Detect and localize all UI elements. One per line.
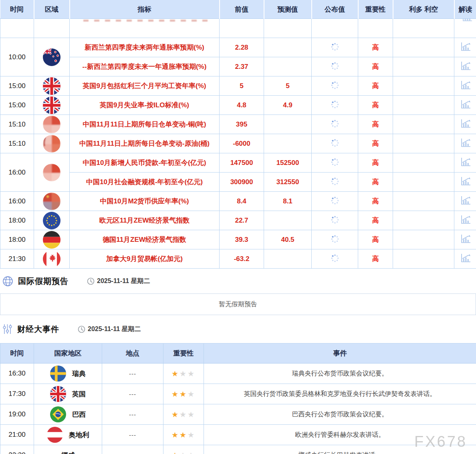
- loading-spinner-icon: [331, 46, 339, 52]
- indicator-name[interactable]: 欧元区11月ZEW经济景气指数: [70, 211, 220, 230]
- interpret-cell[interactable]: [454, 57, 476, 76]
- interpret-cell[interactable]: [454, 115, 476, 134]
- indicator-name[interactable]: 中国10月M2货币供应年率(%): [70, 192, 220, 211]
- indicator-name[interactable]: 英国9月包括红利三个月平均工资年率(%): [70, 76, 220, 96]
- interpret-cell[interactable]: [454, 38, 476, 57]
- canada-flag-icon: [34, 250, 69, 268]
- forecast-value: [264, 211, 312, 230]
- chart-icon[interactable]: [460, 123, 471, 130]
- chart-icon[interactable]: [460, 238, 471, 245]
- chart-icon[interactable]: [460, 84, 471, 91]
- time-cell: 16:00: [0, 153, 34, 192]
- chart-icon[interactable]: [460, 219, 471, 226]
- previous-value: 8.4: [220, 192, 264, 211]
- indicator-name[interactable]: 中国10月新增人民币贷款-年初至今(亿元): [70, 153, 220, 173]
- chart-icon[interactable]: [460, 104, 471, 110]
- event-country: 巴西: [34, 404, 102, 425]
- region-cell: [34, 96, 70, 115]
- col-header-published: 公布值: [312, 0, 358, 19]
- published-value: [312, 96, 358, 115]
- interpret-cell[interactable]: [454, 134, 476, 153]
- globe-icon: [2, 276, 13, 287]
- forecast-value: [264, 57, 312, 76]
- clock-icon: [78, 325, 85, 333]
- interpret-cell[interactable]: [454, 230, 476, 249]
- forecast-value: [264, 38, 312, 57]
- indicator-name[interactable]: --新西兰第四季度未来一年通胀率预期(%): [70, 57, 220, 76]
- loading-spinner-icon: [331, 84, 339, 91]
- star-icon: ★: [188, 410, 196, 419]
- time-cell: 16:00: [0, 192, 34, 211]
- clock-icon: [87, 277, 95, 285]
- star-icon: ★: [180, 431, 188, 439]
- loading-spinner-icon: [331, 142, 339, 149]
- calendar-row: 15:00英国9月包括红利三个月平均工资年率(%)55高: [0, 76, 476, 96]
- clipped-text-remnant: [83, 20, 208, 22]
- interpret-cell[interactable]: [454, 153, 476, 173]
- region-cell: [34, 249, 70, 269]
- published-value: [312, 211, 358, 230]
- chart-icon[interactable]: [460, 65, 471, 72]
- interpret-cell[interactable]: [454, 173, 476, 192]
- bias-cell: [393, 134, 454, 153]
- indicator-name[interactable]: 英国9月失业率-按ILO标准(%): [70, 96, 220, 115]
- indicator-name[interactable]: 中国10月社会融资规模-年初至今(亿元): [70, 173, 220, 192]
- col-header-time: 时间: [0, 344, 34, 364]
- interpret-cell[interactable]: [454, 211, 476, 230]
- importance-value: 高: [358, 153, 393, 173]
- previous-value: 2.37: [220, 57, 264, 76]
- published-value: [312, 230, 358, 249]
- interpret-cell[interactable]: [454, 249, 476, 269]
- clipped-cell: [312, 19, 358, 38]
- event-country: 英国: [34, 384, 102, 404]
- chart-icon[interactable]: [460, 46, 471, 53]
- clipped-indicator-cell: [70, 19, 220, 38]
- importance-stars: ★★★: [163, 445, 204, 454]
- forecast-value: [264, 115, 312, 134]
- clipped-row: [0, 19, 476, 38]
- col-header-time: 时间: [0, 0, 34, 19]
- country-name: 奥地利: [69, 430, 89, 440]
- chart-icon[interactable]: [460, 181, 471, 187]
- interpret-cell[interactable]: [454, 76, 476, 96]
- star-icon: ★: [188, 431, 196, 439]
- col-header-importance: 重要性: [163, 344, 204, 364]
- chart-icon[interactable]: [460, 161, 471, 168]
- china-blurred-flag-icon: [34, 135, 69, 153]
- col-header-country: 国家地区: [34, 344, 102, 364]
- col-header-event: 事件: [204, 344, 476, 364]
- economic-calendar-page: 时间 区域 指标 前值 预测值 公布值 重要性 利多 利空 解读: [0, 0, 476, 454]
- calendar-row: 18:00欧元区11月ZEW经济景气指数22.7高: [0, 211, 476, 230]
- region-cell: [34, 230, 70, 249]
- event-location: ---: [102, 404, 163, 425]
- indicator-name[interactable]: 中国11月11日上期所每日仓单变动-铜(吨): [70, 115, 220, 134]
- star-icon: ★: [171, 370, 180, 378]
- previous-value: 4.8: [220, 96, 264, 115]
- chart-icon[interactable]: [460, 200, 471, 207]
- importance-stars: ★★★: [163, 384, 204, 404]
- austria-flag-icon: [47, 427, 63, 443]
- previous-value: 2.28: [220, 38, 264, 57]
- published-value: [312, 192, 358, 211]
- published-value: [312, 153, 358, 173]
- importance-value: 高: [358, 192, 393, 211]
- chart-icon[interactable]: [460, 257, 471, 264]
- interpret-cell[interactable]: [454, 192, 476, 211]
- event-row: 19:00巴西---★★★巴西央行公布货币政策会议纪要。: [0, 404, 476, 425]
- region-cell: [34, 211, 70, 230]
- country-name: 瑞典: [72, 369, 86, 378]
- indicator-name[interactable]: 中国11月11日上期所每日仓单变动-原油(桶): [70, 134, 220, 153]
- published-value: [312, 76, 358, 96]
- clipped-cell: [220, 19, 264, 38]
- loading-spinner-icon: [331, 123, 339, 129]
- indicator-name[interactable]: 新西兰第四季度未来两年通胀率预期(%): [70, 38, 220, 57]
- indicator-name[interactable]: 德国11月ZEW经济景气指数: [70, 230, 220, 249]
- indicator-name[interactable]: 加拿大9月贸易帐(亿加元): [70, 249, 220, 269]
- star-icon: ★: [188, 370, 196, 378]
- interpret-cell[interactable]: [454, 96, 476, 115]
- importance-value: 高: [358, 76, 393, 96]
- time-cell: 18:00: [0, 230, 34, 249]
- col-header-previous: 前值: [220, 0, 264, 19]
- chart-icon[interactable]: [460, 142, 471, 149]
- clipped-cell: [358, 19, 393, 38]
